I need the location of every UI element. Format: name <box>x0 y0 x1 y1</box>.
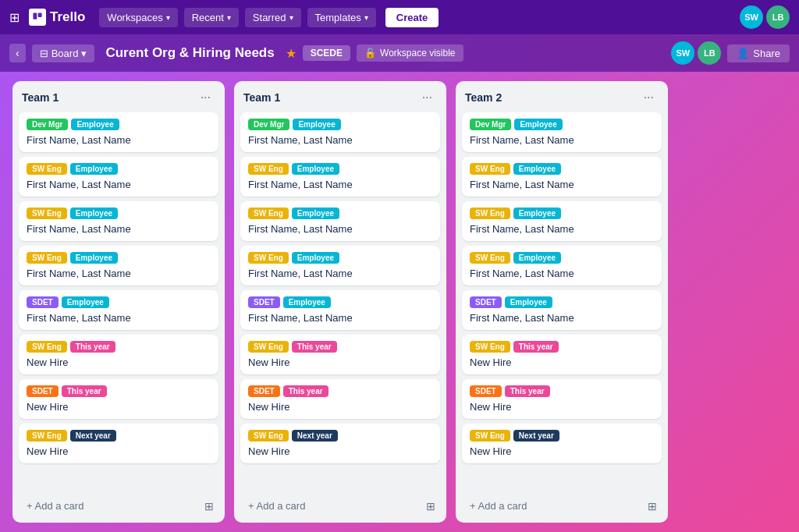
card[interactable]: SW EngEmployeeFirst Name, Last Name <box>462 157 662 197</box>
card-label: This year <box>62 385 107 397</box>
column-menu-btn[interactable]: ··· <box>639 89 659 106</box>
card[interactable]: Dev MgrEmployeeFirst Name, Last Name <box>19 112 218 152</box>
card-label: This year <box>292 341 337 353</box>
board-avatar-lb[interactable]: LB <box>698 41 721 65</box>
card[interactable]: Dev MgrEmployeeFirst Name, Last Name <box>462 112 662 152</box>
card[interactable]: SW EngNext yearNew Hire <box>19 424 218 463</box>
card-labels: SW EngEmployee <box>248 252 432 264</box>
scede-badge[interactable]: SCEDE <box>303 45 350 61</box>
trello-logo-icon <box>29 9 46 26</box>
column-menu-btn[interactable]: ··· <box>196 89 215 106</box>
card-text: New Hire <box>248 445 432 457</box>
card-label: SW Eng <box>27 207 67 219</box>
grid-icon[interactable]: ⊞ <box>9 10 20 25</box>
card-labels: SW EngThis year <box>248 341 432 353</box>
column-col3: Team 2···Dev MgrEmployeeFirst Name, Last… <box>456 81 668 523</box>
card-labels: Dev MgrEmployee <box>470 119 654 130</box>
column-title: Team 1 <box>22 91 59 104</box>
card-label: Employee <box>513 163 561 175</box>
card-text: New Hire <box>27 401 211 413</box>
card[interactable]: SW EngEmployeeFirst Name, Last Name <box>240 201 440 241</box>
card-labels: SDETEmployee <box>27 296 211 308</box>
card-label: Dev Mgr <box>470 119 511 130</box>
card-label: SW Eng <box>27 252 67 264</box>
templates-btn[interactable]: Templates ▾ <box>307 8 376 27</box>
card-label: Employee <box>293 119 340 130</box>
card-label: SW Eng <box>248 341 289 353</box>
avatar-lb[interactable]: LB <box>766 5 790 29</box>
column-header: Team 1··· <box>234 81 446 112</box>
card[interactable]: SW EngThis yearNew Hire <box>462 335 662 374</box>
card-text: New Hire <box>470 401 654 413</box>
card[interactable]: SDETEmployeeFirst Name, Last Name <box>19 290 218 330</box>
card[interactable]: SW EngEmployeeFirst Name, Last Name <box>240 157 440 197</box>
share-btn[interactable]: 👤 Share <box>727 44 790 62</box>
card-text: First Name, Last Name <box>470 179 654 190</box>
create-btn[interactable]: Create <box>385 8 439 27</box>
card[interactable]: SW EngEmployeeFirst Name, Last Name <box>19 246 218 286</box>
cards-container: Dev MgrEmployeeFirst Name, Last NameSW E… <box>456 112 668 489</box>
card[interactable]: SW EngEmployeeFirst Name, Last Name <box>462 246 662 286</box>
workspaces-btn[interactable]: Workspaces ▾ <box>99 8 177 27</box>
avatar-group: SW LB <box>740 5 790 29</box>
card[interactable]: SW EngEmployeeFirst Name, Last Name <box>240 246 440 286</box>
card-text: First Name, Last Name <box>470 312 654 324</box>
card-label: SW Eng <box>470 252 510 264</box>
trello-label: Trello <box>50 9 85 25</box>
add-card-template-btn[interactable]: ⊞ <box>423 497 439 516</box>
card-label: SW Eng <box>27 341 67 353</box>
card[interactable]: SW EngNext yearNew Hire <box>240 424 440 463</box>
card-label: SW Eng <box>470 430 510 442</box>
card[interactable]: SW EngNext yearNew Hire <box>462 424 662 463</box>
card-labels: SW EngNext year <box>248 430 432 442</box>
star-icon[interactable]: ★ <box>286 46 297 61</box>
add-card-template-btn[interactable]: ⊞ <box>201 497 217 516</box>
svg-rect-0 <box>33 12 37 19</box>
lock-icon: 🔓 <box>364 48 376 59</box>
card[interactable]: SDETThis yearNew Hire <box>19 379 218 419</box>
card-text: First Name, Last Name <box>248 312 432 324</box>
column-col1: Team 1···Dev MgrEmployeeFirst Name, Last… <box>12 81 225 523</box>
card-label: Employee <box>292 163 339 175</box>
card[interactable]: Dev MgrEmployeeFirst Name, Last Name <box>240 112 440 152</box>
chevron-down-icon: ▾ <box>364 13 368 22</box>
add-card-btn[interactable]: + Add a card <box>242 495 423 516</box>
card-label: SW Eng <box>470 341 510 353</box>
card-labels: SW EngEmployee <box>27 163 211 175</box>
card-labels: SDETThis year <box>27 385 211 397</box>
board-view-btn[interactable]: ⊟ Board ▾ <box>32 44 95 62</box>
add-card-template-btn[interactable]: ⊞ <box>645 497 660 516</box>
add-card-btn[interactable]: + Add a card <box>20 495 201 516</box>
card[interactable]: SW EngEmployeeFirst Name, Last Name <box>19 201 218 241</box>
board-header: ‹ ⊟ Board ▾ Curent Org & Hiring Needs ★ … <box>0 34 799 72</box>
column-col2: Team 1···Dev MgrEmployeeFirst Name, Last… <box>234 81 446 523</box>
card[interactable]: SDETThis yearNew Hire <box>462 379 662 419</box>
board-avatar-sw[interactable]: SW <box>671 41 694 65</box>
card-text: First Name, Last Name <box>470 134 654 146</box>
recent-btn[interactable]: Recent ▾ <box>184 8 239 27</box>
column-footer: + Add a card⊞ <box>234 489 446 523</box>
card[interactable]: SW EngThis yearNew Hire <box>19 335 218 374</box>
card[interactable]: SDETEmployeeFirst Name, Last Name <box>240 290 440 330</box>
card-label: Next year <box>70 430 116 442</box>
board-icon: ⊟ <box>40 48 48 59</box>
card-labels: SW EngEmployee <box>27 207 211 219</box>
card-text: New Hire <box>248 356 432 368</box>
back-btn[interactable]: ‹ <box>9 44 26 62</box>
card-label: SDET <box>470 385 502 397</box>
card[interactable]: SDETThis yearNew Hire <box>240 379 440 419</box>
avatar-sw[interactable]: SW <box>740 5 763 29</box>
card[interactable]: SW EngEmployeeFirst Name, Last Name <box>462 201 662 241</box>
starred-btn[interactable]: Starred ▾ <box>245 8 301 27</box>
cards-container: Dev MgrEmployeeFirst Name, Last NameSW E… <box>234 112 446 489</box>
card-labels: SW EngThis year <box>27 341 211 353</box>
column-menu-btn[interactable]: ··· <box>417 89 437 106</box>
card-label: Employee <box>514 119 562 130</box>
column-footer: + Add a card⊞ <box>456 489 668 523</box>
card[interactable]: SW EngEmployeeFirst Name, Last Name <box>19 157 218 197</box>
card[interactable]: SW EngThis yearNew Hire <box>240 335 440 374</box>
card-label: Employee <box>513 207 561 219</box>
add-card-btn[interactable]: + Add a card <box>463 495 645 516</box>
card[interactable]: SDETEmployeeFirst Name, Last Name <box>462 290 662 330</box>
workspace-visible-btn[interactable]: 🔓 Workspace visible <box>357 44 463 62</box>
